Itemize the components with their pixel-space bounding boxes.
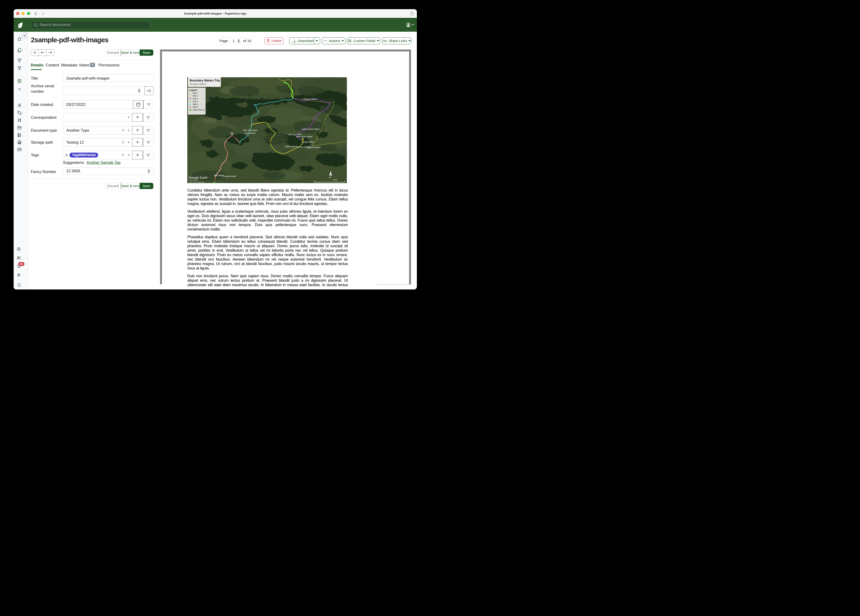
svg-text:Washington Island: Washington Island [296, 135, 312, 138]
svg-text:Mile Island: Mile Island [214, 174, 224, 176]
svg-text:Google Earth: Google Earth [189, 176, 207, 179]
svg-text:Day 4: Day 4 [193, 101, 198, 102]
svg-text:Day 2: Day 2 [193, 95, 198, 97]
svg-text:Charlies Island: Charlies Island [223, 175, 236, 177]
svg-text:Text: Text [267, 141, 272, 144]
svg-text:Day 3: Day 3 [193, 97, 198, 100]
svg-text:© 2017 Google: © 2017 Google [188, 179, 198, 181]
svg-text:Day 1: Day 1 [193, 92, 198, 94]
svg-text:Canoe Island: Canoe Island [285, 145, 297, 148]
svg-text:Lincoln Island: Lincoln Island [301, 141, 314, 143]
svg-text:Indian Grave Island: Indian Grave Island [302, 128, 319, 130]
svg-text:Legend: Legend [190, 89, 197, 91]
svg-text:Day 6: Day 6 [193, 106, 198, 108]
svg-text:Boundary Waters Trip: Boundary Waters Trip [190, 79, 220, 82]
svg-text:N: N [329, 176, 331, 179]
svg-text:Day 5: Day 5 [193, 103, 198, 105]
svg-text:Image © 2017 DigitalGlobe: Image © 2017 DigitalGlobe [188, 181, 204, 183]
svg-text:New York Island: New York Island [243, 129, 257, 131]
svg-text:Hausons Island: Hausons Island [303, 98, 317, 100]
svg-text:Entry Point 24: Entry Point 24 [193, 109, 205, 111]
svg-text:3 mi: 3 mi [333, 178, 337, 181]
svg-text:Six days in BWCA: Six days in BWCA [190, 83, 206, 85]
svg-text:Gary Island: Gary Island [245, 132, 255, 134]
svg-text:Squirrel Island: Squirrel Island [308, 146, 320, 148]
